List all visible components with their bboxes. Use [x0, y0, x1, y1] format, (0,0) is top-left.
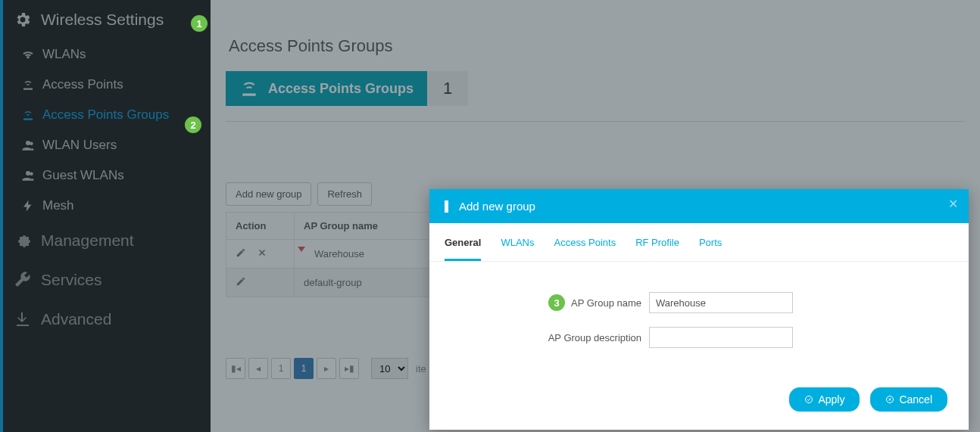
tab-access-points[interactable]: Access Points	[554, 237, 616, 261]
close-icon[interactable]: ✕	[948, 197, 958, 211]
modal-tabs: General WLANs Access Points RF Profile P…	[429, 223, 969, 262]
tab-general[interactable]: General	[445, 237, 481, 261]
ap-group-name-label: 3 AP Group name	[452, 294, 649, 311]
modal-title: Add new group	[459, 200, 535, 213]
label-text: AP Group name	[571, 297, 641, 309]
cancel-button[interactable]: Cancel	[870, 387, 947, 412]
ap-group-desc-input[interactable]	[649, 327, 793, 348]
tab-wlans[interactable]: WLANs	[501, 237, 534, 261]
annotation-badge-1: 1	[191, 15, 208, 32]
annotation-badge-3: 3	[548, 294, 565, 311]
x-circle-icon	[885, 395, 894, 404]
tab-rf-profile[interactable]: RF Profile	[635, 237, 679, 261]
add-group-modal: Add new group ✕ General WLANs Access Poi…	[429, 189, 969, 430]
modal-body: 3 AP Group name AP Group description	[429, 262, 969, 377]
check-circle-icon	[804, 395, 813, 404]
modal-footer: Apply Cancel	[429, 377, 969, 430]
ap-group-desc-label: AP Group description	[452, 332, 649, 343]
modal-header: Add new group ✕	[429, 189, 969, 223]
svg-point-0	[806, 396, 813, 403]
cancel-label: Cancel	[899, 393, 932, 406]
tab-ports[interactable]: Ports	[699, 237, 722, 261]
apply-button[interactable]: Apply	[789, 387, 860, 412]
ap-group-name-input[interactable]	[649, 292, 793, 313]
modal-header-accent	[445, 200, 448, 213]
annotation-badge-2: 2	[185, 117, 201, 133]
apply-label: Apply	[818, 393, 844, 406]
